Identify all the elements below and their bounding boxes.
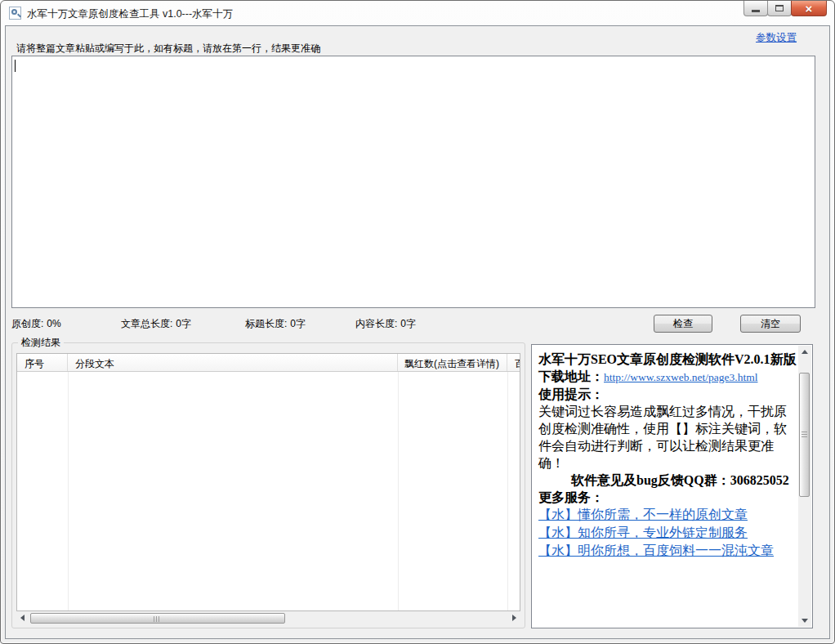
stat-title-length: 标题长度:0字 bbox=[245, 317, 306, 331]
close-icon: × bbox=[806, 2, 813, 15]
more-services-label: 更多服务： bbox=[538, 489, 797, 506]
scroll-right-icon[interactable] bbox=[512, 615, 516, 621]
column-divider bbox=[398, 372, 399, 610]
vertical-scrollbar-thumb[interactable] bbox=[799, 373, 810, 497]
window-controls: × bbox=[744, 1, 827, 16]
horizontal-scrollbar[interactable] bbox=[17, 612, 520, 624]
window-content: 参数设置 请将整篇文章粘贴或编写于此，如有标题，请放在第一行，结果更准确 原创度… bbox=[5, 25, 830, 639]
stat-originality: 原创度:0% bbox=[11, 317, 61, 331]
stat-total-length: 文章总长度:0字 bbox=[121, 317, 191, 331]
horizontal-scrollbar-thumb[interactable] bbox=[30, 613, 285, 624]
column-divider bbox=[68, 372, 69, 610]
results-table-body bbox=[17, 372, 520, 610]
app-window: 水军十万文章原创度检查工具 v1.0---水军十万 × 参数设置 请将整篇文章粘… bbox=[0, 0, 835, 644]
service-link-baidu-feed[interactable]: 【水】明你所想，百度饲料一一混沌文章 bbox=[538, 542, 797, 560]
stat-label: 文章总长度: bbox=[121, 318, 172, 329]
results-table-header: 序号 分段文本 飘红数(点击查看详情) 百 bbox=[17, 354, 520, 372]
download-link[interactable]: http://www.szxweb.net/page3.html bbox=[604, 371, 757, 383]
scroll-up-icon[interactable] bbox=[802, 350, 808, 354]
close-button[interactable]: × bbox=[791, 1, 827, 16]
column-header-truncated[interactable]: 百 bbox=[507, 354, 520, 371]
service-link-backlink-service[interactable]: 【水】知你所寻，专业外链定制服务 bbox=[538, 524, 797, 542]
scroll-down-icon[interactable] bbox=[802, 619, 808, 623]
scroll-left-icon[interactable] bbox=[20, 615, 25, 621]
vertical-scrollbar[interactable] bbox=[798, 346, 811, 627]
scrollbar-grip-icon bbox=[802, 432, 807, 439]
minimize-icon bbox=[752, 10, 760, 12]
tips-label: 使用提示： bbox=[538, 386, 797, 403]
results-table: 序号 分段文本 飘红数(点击查看详情) 百 bbox=[16, 353, 520, 611]
settings-link[interactable]: 参数设置 bbox=[756, 31, 797, 45]
scrollbar-grip-icon bbox=[154, 616, 161, 622]
stat-label: 原创度: bbox=[11, 318, 43, 329]
clear-button[interactable]: 清空 bbox=[740, 315, 801, 333]
stat-value: 0字 bbox=[290, 318, 306, 329]
tips-text: 关键词过长容易造成飘红过多情况，干扰原创度检测准确性，使用【】标注关键词，软件会… bbox=[538, 403, 797, 472]
stat-value: 0字 bbox=[400, 318, 416, 329]
info-panel: 水军十万SEO文章原创度检测软件V2.0.1新版下载地址：http://www.… bbox=[531, 344, 813, 628]
stat-content-length: 内容长度:0字 bbox=[355, 317, 416, 331]
feedback-qq-line: 软件意见及bug反馈QQ群：306825052 bbox=[538, 472, 797, 489]
window-title: 水军十万文章原创度检查工具 v1.0---水军十万 bbox=[27, 7, 233, 21]
stat-value: 0字 bbox=[176, 318, 191, 329]
magnifier-icon bbox=[9, 7, 21, 20]
magnifier-handle-icon bbox=[17, 14, 21, 18]
column-header-index[interactable]: 序号 bbox=[17, 354, 68, 371]
download-line: 水军十万SEO文章原创度检测软件V2.0.1新版下载地址：http://www.… bbox=[538, 351, 797, 386]
text-caret bbox=[15, 60, 16, 72]
minimize-button[interactable] bbox=[743, 1, 768, 16]
service-link-original-articles[interactable]: 【水】懂你所需，不一样的原创文章 bbox=[538, 506, 797, 524]
stat-value: 0% bbox=[47, 318, 60, 329]
maximize-icon bbox=[775, 5, 784, 11]
stat-label: 标题长度: bbox=[245, 318, 287, 329]
maximize-button[interactable] bbox=[767, 1, 792, 16]
article-textarea[interactable] bbox=[11, 56, 815, 308]
titlebar: 水军十万文章原创度检查工具 v1.0---水军十万 × bbox=[1, 1, 834, 25]
column-header-segment-text[interactable]: 分段文本 bbox=[68, 354, 398, 371]
check-button[interactable]: 检查 bbox=[654, 315, 712, 333]
results-group-label: 检测结果 bbox=[18, 336, 64, 350]
column-divider bbox=[507, 372, 508, 610]
editor-hint: 请将整篇文章粘贴或编写于此，如有标题，请放在第一行，结果更准确 bbox=[16, 42, 320, 56]
column-header-red-count[interactable]: 飘红数(点击查看详情) bbox=[398, 354, 507, 371]
magnifier-lens-icon bbox=[11, 9, 17, 15]
info-panel-content: 水军十万SEO文章原创度检测软件V2.0.1新版下载地址：http://www.… bbox=[532, 345, 798, 628]
stat-label: 内容长度: bbox=[355, 318, 397, 329]
